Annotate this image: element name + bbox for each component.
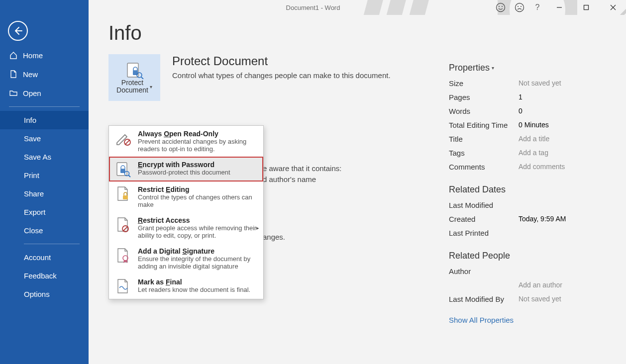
nav-save-as[interactable]: Save As [0, 148, 89, 166]
protect-document-menu: Always Open Read-Only Prevent accidental… [108, 125, 264, 299]
nav-label: Share [24, 189, 44, 198]
nav-save[interactable]: Save [0, 129, 89, 148]
document-title: Document1 - Word [286, 4, 340, 11]
nav-label: Home [23, 51, 43, 60]
close-button[interactable] [603, 0, 623, 14]
nav-label: New [23, 70, 38, 79]
prop-row-size: SizeNot saved yet [449, 76, 613, 90]
prop-row-last-modified-by: Last Modified ByNot saved yet [449, 292, 613, 306]
nav-label: Info [24, 116, 36, 124]
maximize-button[interactable] [576, 0, 596, 14]
document-ribbon-icon [115, 247, 132, 264]
titlebar-controls: ? [495, 0, 623, 15]
properties-panel: Properties▾ SizeNot saved yet Pages1 Wor… [449, 63, 613, 324]
svg-point-12 [518, 6, 519, 7]
nav-close[interactable]: Close [0, 221, 89, 240]
nav-list: Home New Open Info Save Save As Print Sh… [0, 46, 89, 303]
protect-document-button[interactable]: Protect Document▾ [108, 54, 160, 101]
page-title: Info [108, 22, 612, 44]
nav-label: Export [24, 208, 45, 216]
document-icon [9, 70, 18, 79]
prop-row-title[interactable]: TitleAdd a title [449, 132, 613, 146]
pencil-block-icon [115, 130, 132, 147]
lock-search-icon [115, 161, 132, 178]
show-all-properties-link[interactable]: Show All Properties [449, 316, 514, 324]
nav-separator [24, 244, 80, 244]
svg-point-9 [499, 6, 500, 7]
prop-row-pages: Pages1 [449, 90, 613, 104]
partial-text: anges. [263, 233, 285, 241]
document-lock-icon [115, 185, 132, 202]
svg-line-27 [129, 176, 131, 178]
shield-lock-icon [124, 61, 144, 79]
chevron-right-icon: ▸ [256, 225, 259, 231]
menu-item-desc: Control the types of changes others can … [138, 193, 257, 208]
related-people-heading: Related People [449, 251, 613, 261]
svg-point-13 [521, 6, 522, 7]
related-dates-heading: Related Dates [449, 184, 613, 195]
menu-mark-as-final[interactable]: Mark as Final Let readers know the docum… [109, 274, 263, 299]
svg-point-11 [516, 3, 524, 12]
partial-text: e aware that it contains: [263, 164, 341, 173]
menu-item-desc: Let readers know the document is final. [138, 286, 250, 293]
nav-new[interactable]: New [0, 65, 89, 84]
minimize-button[interactable] [549, 0, 569, 14]
nav-label: Save As [24, 153, 51, 161]
prop-row-created: CreatedToday, 9:59 AM [449, 212, 613, 226]
prop-row-author: Author [449, 264, 613, 278]
document-block-icon [115, 216, 132, 233]
nav-label: Account [24, 253, 51, 262]
nav-label: Options [24, 290, 50, 298]
partial-text: d author's name [263, 175, 316, 183]
home-icon [9, 51, 18, 60]
nav-info[interactable]: Info [0, 111, 89, 129]
document-final-icon [115, 278, 132, 295]
prop-row-editing-time: Total Editing Time0 Minutes [449, 118, 613, 132]
back-button[interactable] [8, 21, 28, 41]
folder-open-icon [9, 89, 18, 97]
nav-feedback[interactable]: Feedback [0, 267, 89, 285]
menu-add-digital-signature[interactable]: Add a Digital Signature Ensure the integ… [109, 243, 263, 274]
menu-encrypt-with-password[interactable]: Encrypt with Password Password-protect t… [109, 157, 263, 182]
section-description: Control what types of changes people can… [172, 71, 391, 80]
prop-row-last-printed: Last Printed [449, 226, 613, 240]
section-heading: Protect Document [172, 54, 391, 68]
nav-share[interactable]: Share [0, 184, 89, 203]
nav-account[interactable]: Account [0, 248, 89, 267]
chevron-down-icon: ▾ [150, 84, 152, 90]
svg-point-8 [497, 3, 505, 12]
titlebar: Document1 - Word ? [0, 0, 626, 15]
protect-button-label: Protect Document [116, 79, 148, 94]
nav-label: Close [24, 226, 43, 235]
face-frown-icon[interactable] [514, 1, 525, 13]
menu-restrict-access[interactable]: Restrict Access Grant people access whil… [109, 212, 263, 243]
nav-export[interactable]: Export [0, 203, 89, 221]
prop-row-comments[interactable]: CommentsAdd comments [449, 160, 613, 174]
nav-home[interactable]: Home [0, 46, 89, 65]
nav-label: Save [24, 134, 41, 143]
properties-heading[interactable]: Properties▾ [449, 63, 494, 73]
menu-item-desc: Prevent accidental changes by asking rea… [138, 138, 257, 153]
menu-item-desc: Password-protect this document [138, 169, 230, 176]
face-smile-icon[interactable] [495, 1, 507, 13]
menu-item-desc: Grant people access while removing their… [138, 224, 257, 239]
nav-options[interactable]: Options [0, 285, 89, 303]
add-author-link[interactable]: Add an author [449, 278, 613, 292]
chevron-down-icon: ▾ [492, 65, 494, 71]
nav-label: Open [23, 89, 41, 97]
svg-line-23 [125, 140, 130, 145]
svg-rect-28 [123, 195, 128, 199]
help-icon[interactable]: ? [532, 3, 542, 12]
nav-label: Print [24, 171, 39, 180]
prop-row-words: Words0 [449, 104, 613, 118]
svg-rect-15 [584, 5, 589, 10]
prop-row-last-modified: Last Modified [449, 198, 613, 212]
nav-label: Feedback [24, 272, 57, 280]
nav-print[interactable]: Print [0, 166, 89, 184]
svg-point-10 [502, 6, 503, 7]
menu-restrict-editing[interactable]: Restrict Editing Control the types of ch… [109, 182, 263, 212]
menu-always-open-read-only[interactable]: Always Open Read-Only Prevent accidental… [109, 126, 263, 157]
prop-row-tags[interactable]: TagsAdd a tag [449, 146, 613, 160]
menu-item-desc: Ensure the integrity of the document by … [138, 255, 257, 270]
nav-open[interactable]: Open [0, 84, 89, 102]
